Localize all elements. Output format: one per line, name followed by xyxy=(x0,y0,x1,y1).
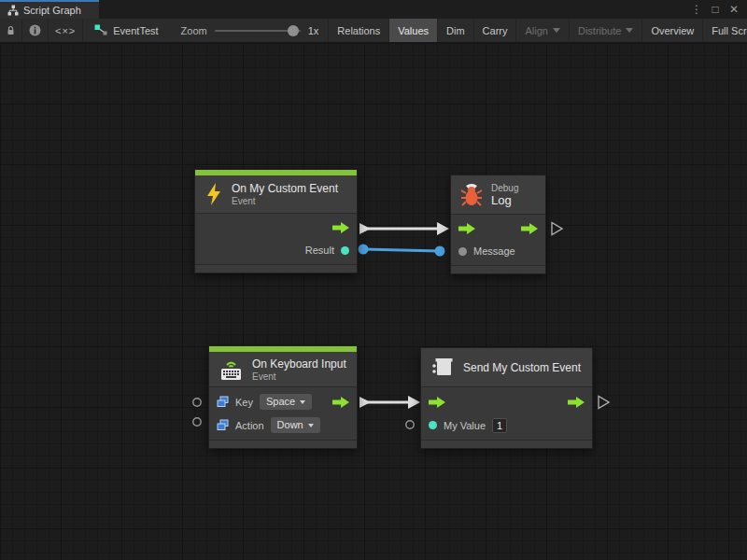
connections-layer xyxy=(0,43,747,560)
graph-picker-button[interactable]: EventTest xyxy=(83,19,169,42)
literal-icon xyxy=(217,396,229,408)
control-input-port[interactable] xyxy=(458,223,475,234)
close-button[interactable]: ✕ xyxy=(726,1,741,18)
info-button[interactable] xyxy=(22,19,49,42)
node-category: Debug xyxy=(491,183,518,193)
relation-triangle xyxy=(599,397,609,409)
code-view-icon: <×> xyxy=(55,25,76,36)
window-titlebar: Script Graph ⋮ □ ✕ xyxy=(0,0,747,19)
unconnected-port-icon[interactable] xyxy=(406,421,414,428)
result-port-label: Result xyxy=(305,245,334,256)
node-title: On My Custom Event xyxy=(232,182,338,195)
tab-title: Script Graph xyxy=(23,5,81,16)
control-row xyxy=(451,217,545,240)
overview-button[interactable]: Overview xyxy=(641,19,702,42)
relations-button[interactable]: Relations xyxy=(328,19,388,42)
full-screen-button[interactable]: Full Screen xyxy=(702,19,747,42)
node-footer xyxy=(451,266,545,273)
chevron-down-icon xyxy=(553,28,560,33)
node-footer xyxy=(421,441,592,448)
node-on-keyboard-input[interactable]: On Keyboard Input Event Key Space xyxy=(208,345,358,449)
info-icon xyxy=(29,24,41,36)
key-port-label: Key xyxy=(235,397,253,408)
control-connection[interactable] xyxy=(359,396,420,409)
literal-icon xyxy=(217,419,229,431)
key-row: Key Space xyxy=(209,390,357,413)
keyboard-icon xyxy=(218,358,244,381)
action-port-label: Action xyxy=(235,420,264,431)
window-menu-button[interactable]: ⋮ xyxy=(689,1,704,18)
relation-triangle xyxy=(552,223,562,235)
graph-icon xyxy=(7,5,19,16)
align-button[interactable]: Align xyxy=(515,19,568,42)
my-value-label: My Value xyxy=(444,420,486,431)
graph-toolbar: <×> EventTest Zoom 1x Relations Values D… xyxy=(0,19,747,43)
control-output-port[interactable] xyxy=(332,397,349,408)
zoom-level: 1x xyxy=(308,25,319,36)
graph-canvas[interactable]: On My Custom Event Event Result xyxy=(0,43,747,560)
unconnected-port-icon[interactable] xyxy=(193,399,201,406)
dim-button[interactable]: Dim xyxy=(437,19,473,42)
control-input-port[interactable] xyxy=(429,397,445,408)
node-title: Log xyxy=(491,193,518,207)
lightning-icon xyxy=(204,182,223,206)
message-value-port[interactable] xyxy=(458,247,467,256)
chevron-down-icon xyxy=(308,424,314,427)
node-send-my-custom-event[interactable]: Send My Custom Event My Value 1 xyxy=(420,347,593,449)
node-footer xyxy=(209,441,357,448)
control-connection[interactable] xyxy=(359,222,449,235)
bug-icon xyxy=(460,183,483,207)
node-title: Send My Custom Event xyxy=(463,361,581,374)
value-input-row: Message xyxy=(451,240,545,262)
my-value-field[interactable]: 1 xyxy=(492,418,507,433)
node-debug-log[interactable]: Debug Log Message xyxy=(450,175,546,274)
key-dropdown[interactable]: Space xyxy=(260,394,312,410)
node-title: On Keyboard Input xyxy=(252,357,346,371)
tab-script-graph[interactable]: Script Graph xyxy=(0,0,99,19)
node-footer xyxy=(195,265,357,273)
values-button[interactable]: Values xyxy=(388,19,437,42)
chevron-down-icon xyxy=(300,400,305,404)
value-connection[interactable] xyxy=(359,245,445,257)
lock-icon xyxy=(7,24,15,36)
unconnected-port-icon[interactable] xyxy=(193,418,201,426)
maximize-icon: □ xyxy=(712,3,718,16)
node-graph-icon xyxy=(94,24,107,36)
action-row: Action Down xyxy=(209,413,357,437)
graph-name: EventTest xyxy=(113,25,158,36)
control-output-port[interactable] xyxy=(521,223,538,234)
node-subtitle: Event xyxy=(232,196,338,206)
node-subtitle: Event xyxy=(252,371,346,382)
close-icon: ✕ xyxy=(729,3,739,16)
event-machine-icon xyxy=(430,356,455,380)
message-port-label: Message xyxy=(473,245,515,257)
control-output-port[interactable] xyxy=(568,397,585,408)
my-value-row: My Value 1 xyxy=(421,413,592,437)
control-output-row xyxy=(195,217,357,239)
zoom-label: Zoom xyxy=(181,25,207,36)
result-value-port[interactable] xyxy=(341,246,349,255)
zoom-slider[interactable] xyxy=(215,24,301,37)
node-on-my-custom-event[interactable]: On My Custom Event Event Result xyxy=(194,169,358,273)
control-output-port[interactable] xyxy=(332,222,349,233)
my-value-port[interactable] xyxy=(429,421,437,429)
control-row xyxy=(421,390,592,413)
lock-button[interactable] xyxy=(0,19,22,42)
chevron-down-icon xyxy=(626,28,633,33)
distribute-button[interactable]: Distribute xyxy=(569,19,641,42)
zoom-control: Zoom 1x xyxy=(172,19,329,42)
carry-button[interactable]: Carry xyxy=(473,19,516,42)
maximize-button[interactable]: □ xyxy=(708,1,723,18)
value-output-row: Result xyxy=(195,239,357,261)
zoom-slider-handle[interactable] xyxy=(288,25,299,36)
code-view-button[interactable]: <×> xyxy=(49,19,83,42)
kebab-icon: ⋮ xyxy=(691,3,702,16)
action-dropdown[interactable]: Down xyxy=(271,417,320,433)
